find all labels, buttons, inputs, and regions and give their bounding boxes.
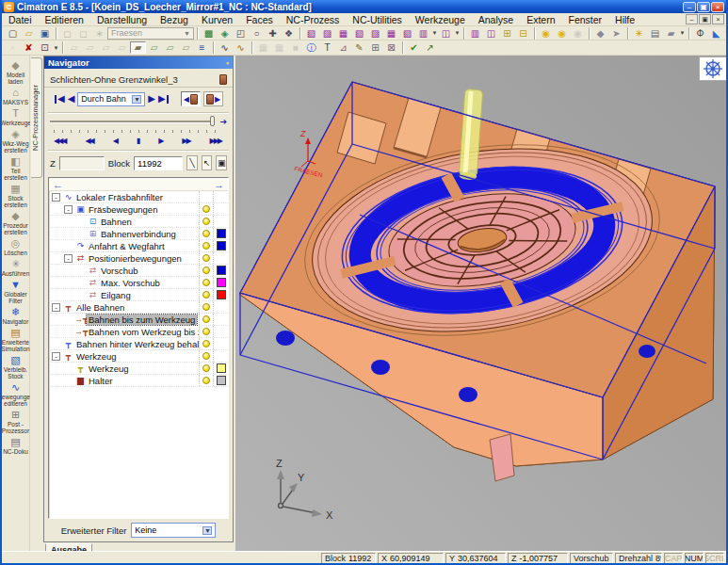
tree-item-label[interactable]: Lokaler Fräsbahnfilter: [74, 192, 165, 202]
sidebar-item-globaler-filter[interactable]: ▼Globaler Filter: [2, 279, 30, 304]
menu-item-nc-prozess[interactable]: NC-Prozess: [280, 13, 347, 25]
navigator-panel-header[interactable]: Navigator ▪: [44, 56, 233, 69]
save-icon[interactable]: ▣: [37, 27, 53, 40]
progress-slider[interactable]: [50, 121, 212, 122]
color-swatch[interactable]: [217, 376, 226, 385]
ruler-icon[interactable]: ▤: [647, 27, 663, 40]
tree-row-eilgang[interactable]: ⇄Eilgang: [49, 289, 228, 301]
clear-selection-icon[interactable]: ✘: [21, 41, 37, 54]
mdi-close-button[interactable]: ×: [712, 14, 724, 24]
tree-item-label[interactable]: Bahnenverbindung: [99, 229, 178, 239]
maximize-button[interactable]: ▣: [697, 2, 710, 12]
bulb-icon[interactable]: [202, 230, 210, 237]
close-button[interactable]: ×: [711, 2, 724, 12]
snap-angle-icon[interactable]: ⊠: [383, 41, 399, 54]
forward-button[interactable]: ▶▶: [182, 137, 191, 145]
forward-fast-button[interactable]: ▶▶▶: [210, 137, 223, 145]
light-ambient-icon[interactable]: ◉: [554, 27, 570, 40]
saved-views-icon[interactable]: ▥: [415, 27, 431, 40]
sidebar-item-navigator[interactable]: ❄Navigator: [2, 306, 30, 325]
step-back-button[interactable]: ◀: [68, 93, 75, 105]
sidebar-item-werkzeuge[interactable]: TWerkzeuge: [2, 107, 30, 126]
selection-icon[interactable]: ∗: [91, 27, 107, 40]
view-compass[interactable]: [699, 56, 727, 81]
rotate-view-icon[interactable]: ❖: [281, 27, 297, 40]
connect-icon[interactable]: ∿: [217, 41, 233, 54]
step-forward-button[interactable]: ▶: [148, 93, 155, 105]
menu-item-editieren[interactable]: Editieren: [39, 13, 90, 25]
block-input[interactable]: [134, 156, 183, 170]
chevron-down-icon[interactable]: ▼: [724, 30, 728, 36]
expand-box[interactable]: -: [64, 205, 73, 214]
expand-box[interactable]: -: [52, 193, 60, 202]
light-on-icon[interactable]: ◉: [538, 27, 554, 40]
tree-item-label[interactable]: Fräsbewegungen: [87, 204, 159, 215]
tree-row-bahnen-bis-zum-werkzeug[interactable]: →┳Bahnen bis zum Werkzeug: [49, 314, 228, 326]
clipboard-icon[interactable]: ▦: [255, 41, 271, 54]
filter-all-icon[interactable]: ▱: [178, 41, 194, 54]
colors-icon[interactable]: ✳: [631, 27, 647, 40]
bulb-icon[interactable]: [202, 266, 210, 274]
expand-box[interactable]: -: [52, 352, 60, 361]
light-off-icon[interactable]: ◉: [570, 27, 586, 40]
text-size-icon[interactable]: T: [319, 41, 335, 54]
one-viewport-icon[interactable]: ▥: [467, 27, 483, 40]
color-swatch[interactable]: [217, 363, 226, 373]
sidebar-item-teil-erstellen[interactable]: ◧Teil erstellen: [2, 155, 30, 181]
sidebar-item-verbleib-stock[interactable]: ▧Verbleib. Stock: [2, 354, 30, 379]
pan-icon[interactable]: ✚: [265, 27, 281, 40]
bulb-icon[interactable]: [202, 364, 210, 372]
play-button[interactable]: ▶: [158, 137, 164, 145]
selection-preview-icon[interactable]: ▫: [5, 41, 21, 54]
sidebar-item-löschen[interactable]: ◎Löschen: [2, 237, 30, 256]
four-viewport-icon[interactable]: ⊞: [499, 27, 515, 40]
wireframe-view-icon[interactable]: ◈: [217, 27, 233, 40]
bulb-icon[interactable]: [202, 242, 210, 250]
left-view-icon[interactable]: ▦: [383, 27, 399, 40]
edit-block-icon[interactable]: ╲: [186, 155, 198, 170]
filter-points-icon[interactable]: ▱: [114, 41, 130, 54]
expand-box[interactable]: -: [52, 303, 60, 312]
tree-item-label[interactable]: Bahnen bis zum Werkzeug: [87, 315, 197, 325]
draft-analysis-icon[interactable]: ◣: [708, 27, 724, 40]
tree-row-alle-bahnen[interactable]: -┳Alle Bahnen: [49, 301, 228, 314]
color-swatch[interactable]: [217, 266, 226, 275]
environment-dropdown[interactable]: Fraesen▼: [107, 27, 194, 40]
two-viewport-icon[interactable]: ◫: [483, 27, 499, 40]
disconnect-icon[interactable]: ∿: [233, 41, 249, 54]
color-swatch[interactable]: [217, 241, 226, 250]
expand-box[interactable]: -: [64, 254, 73, 263]
right-view-icon[interactable]: ▧: [351, 27, 367, 40]
cad-model[interactable]: Z FRAESEN Z Y X: [235, 56, 728, 551]
filter-faces-icon[interactable]: ▱: [66, 41, 82, 54]
tree-item-label[interactable]: Eilgang: [99, 290, 133, 300]
tree-row-lokaler-fräsbahnfilter[interactable]: -∿Lokaler Fräsbahnfilter: [49, 191, 228, 203]
filter-sketch-icon[interactable]: ▱: [162, 41, 178, 54]
top-view-icon[interactable]: ▦: [335, 27, 351, 40]
tool-icon[interactable]: [219, 74, 227, 85]
tree-row-anfahrt-wegfahrt[interactable]: ↷Anfahrt & Wegfahrt: [49, 240, 228, 252]
back-view-icon[interactable]: ▨: [367, 27, 383, 40]
menu-item-darstellung[interactable]: Darstellung: [90, 13, 154, 25]
open-icon[interactable]: ▱: [21, 27, 37, 40]
viewport-3d[interactable]: Z FRAESEN Z Y X: [235, 56, 728, 551]
menu-item-hilfe[interactable]: Hilfe: [608, 13, 641, 25]
next-procedure-icon[interactable]: →: [214, 179, 224, 190]
sidebar-item-modell-laden[interactable]: ◆Modell laden: [2, 59, 30, 85]
tree-item-label[interactable]: Alle Bahnen: [74, 302, 126, 313]
measure-icon[interactable]: ↗: [422, 41, 438, 54]
panel-menu-icon[interactable]: ▪: [226, 58, 229, 68]
tree-item-label[interactable]: Bahnen vom Werkzeug bis zum E...: [87, 327, 199, 337]
menu-item-nc-utilities[interactable]: NC-Utilities: [346, 13, 409, 25]
tree-row-bahnen-hinter-werkzeug-behalten[interactable]: ┳Bahnen hinter Werkzeug behalten: [49, 338, 228, 350]
bulb-icon[interactable]: [202, 303, 210, 311]
pause-button[interactable]: ▮: [137, 137, 140, 145]
next-entity-icon[interactable]: ➤: [608, 27, 624, 40]
slider-handle[interactable]: [210, 116, 215, 126]
sidebar-item-erweiterte-simulation[interactable]: ▤Erweiterte Simulation: [2, 327, 30, 352]
sidebar-item-nc-doku[interactable]: ▤NC-Doku: [2, 436, 30, 455]
bulb-icon[interactable]: [202, 254, 210, 262]
menu-item-extern[interactable]: Extern: [520, 13, 561, 25]
bulb-icon[interactable]: [202, 340, 210, 347]
filter-curves-icon[interactable]: ▱: [98, 41, 114, 54]
